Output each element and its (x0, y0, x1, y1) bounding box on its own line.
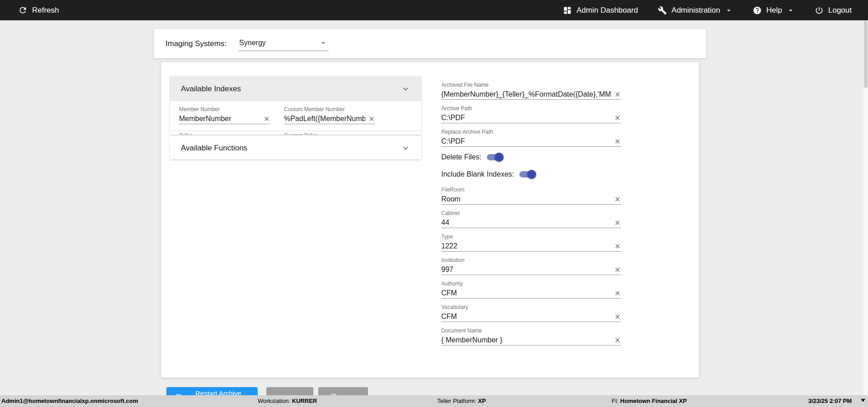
field-label: Archived File Name (441, 82, 621, 88)
field-label-custom-teller: Custom Teller (284, 132, 375, 135)
imaging-systems-card: Imaging Systems: Synergy (154, 29, 706, 58)
logout-button[interactable]: Logout (815, 6, 852, 15)
field-vocabulary: Vocabulary CFM (441, 299, 621, 322)
clear-icon[interactable] (368, 115, 375, 122)
clear-icon[interactable] (614, 114, 621, 122)
teller-platform-info: Teller Platform: XP (437, 395, 486, 407)
clear-icon[interactable] (614, 313, 621, 320)
admin-dashboard-button[interactable]: Admin Dashboard (563, 6, 638, 15)
topbar-right: Admin Dashboard Administration Help L (563, 6, 852, 15)
field-label: Replace Archive Path (441, 129, 621, 135)
chevron-down-icon (725, 6, 733, 14)
switch-thumb (527, 170, 536, 179)
teller-platform-value: XP (478, 398, 486, 404)
fi-value: Hometown Financial XP (620, 398, 687, 404)
cabinet-input[interactable]: 44 (441, 219, 611, 227)
available-indexes-title: Available Indexes (181, 84, 241, 94)
clear-icon[interactable] (614, 266, 621, 273)
chevron-down-icon (401, 84, 410, 94)
document-name-input[interactable]: { MemberNumber } (441, 336, 611, 344)
field-label: Institution (441, 257, 621, 263)
field-institution: Institution 997 (441, 252, 621, 275)
toggle-row-delete-files: Delete Files: (441, 150, 621, 164)
fileroom-input[interactable]: Room (441, 195, 611, 203)
workstation-label: Workstation: (258, 398, 290, 404)
top-bar: Refresh Admin Dashboard Administration H… (0, 0, 868, 20)
member-number-input[interactable]: MemberNumber (179, 115, 260, 123)
teller-platform-label: Teller Platform: (437, 398, 476, 404)
field-cabinet: Cabinet 44 (441, 205, 621, 228)
refresh-button[interactable]: Refresh (18, 5, 59, 15)
chevron-down-icon (787, 6, 795, 14)
dashboard-icon (563, 6, 572, 15)
include-blank-indexes-switch[interactable] (519, 171, 535, 178)
custom-member-number-input[interactable]: %PadLeft({MemberNumber}, (284, 115, 365, 123)
field-type: Type 1222 (441, 228, 621, 252)
field-fileroom: FileRoom Room (441, 181, 621, 205)
statusbar-caret-icon[interactable] (861, 399, 865, 402)
vocabulary-input[interactable]: CFM (441, 313, 611, 321)
field-label: Archive Path (441, 105, 621, 112)
power-icon (815, 6, 824, 15)
institution-input[interactable]: 997 (441, 266, 611, 274)
help-icon (753, 6, 762, 15)
admin-dashboard-label: Admin Dashboard (576, 6, 638, 15)
field-label: Vocabulary (441, 304, 621, 310)
logged-in-user: Admin1@hometownfinancialxp.onmicrosoft.c… (1, 395, 138, 407)
datetime: 3/23/25 2:07 PM (808, 395, 852, 407)
include-blank-indexes-label: Include Blank Indexes: (441, 170, 514, 178)
field-member-number: Member Number MemberNumber (179, 106, 270, 124)
available-functions-panel: Available Functions (170, 136, 421, 159)
clear-icon[interactable] (263, 115, 270, 122)
field-label: Authority (441, 281, 621, 287)
clear-icon[interactable] (614, 290, 621, 297)
type-input[interactable]: 1222 (441, 242, 611, 250)
help-label: Help (766, 6, 782, 15)
clipped-field-row: Teller Custom Teller (179, 131, 412, 135)
field-replace-archive-path: Replace Archive Path C:\PDF (441, 123, 621, 147)
field-label-teller: Teller (179, 132, 270, 135)
replace-archive-path-input[interactable]: C:\PDF (441, 137, 611, 145)
index-field-row: Member Number MemberNumber Custom Member… (179, 106, 412, 124)
available-indexes-panel: Available Indexes Member Number MemberNu… (170, 76, 421, 135)
field-document-name: Document Name { MemberNumber } (441, 322, 621, 346)
field-label: Custom Member Number (284, 106, 375, 112)
field-label: Cabinet (441, 210, 621, 216)
archive-path-input[interactable]: C:\PDF (441, 114, 611, 122)
clear-icon[interactable] (614, 196, 621, 203)
field-label: Document Name (441, 327, 621, 334)
field-label: Member Number (179, 106, 270, 112)
clear-icon[interactable] (614, 243, 621, 250)
administration-menu[interactable]: Administration (658, 6, 733, 15)
workstation-value: KURRER (292, 398, 317, 404)
authority-input[interactable]: CFM (441, 289, 611, 297)
dropdown-arrow-icon (319, 38, 328, 47)
clear-icon[interactable] (614, 91, 621, 98)
available-indexes-header[interactable]: Available Indexes (170, 76, 421, 101)
field-archive-path: Archive Path C:\PDF (441, 100, 621, 123)
field-label: Type (441, 234, 621, 240)
refresh-label: Refresh (32, 6, 59, 15)
clear-icon[interactable] (614, 138, 621, 145)
archived-file-name-input[interactable]: {MemberNumber}_{Teller}_%FormatDate({Dat… (441, 90, 611, 98)
delete-files-switch[interactable] (487, 154, 502, 160)
imaging-systems-select[interactable]: Synergy (238, 37, 329, 51)
available-functions-header[interactable]: Available Functions (170, 136, 421, 159)
wrench-icon (658, 6, 667, 15)
administration-label: Administration (671, 6, 720, 15)
field-label: FileRoom (441, 187, 621, 193)
financial-institution-info: FI: Hometown Financial XP (612, 395, 687, 407)
help-menu[interactable]: Help (753, 6, 795, 15)
toggle-row-include-blank-indexes: Include Blank Indexes: (441, 168, 621, 181)
imaging-systems-label: Imaging Systems: (165, 39, 226, 48)
chevron-down-icon (401, 143, 410, 153)
right-column: Archived File Name {MemberNumber}_{Telle… (441, 76, 621, 346)
scrollbar-thumb[interactable] (864, 20, 868, 88)
refresh-icon (18, 5, 28, 15)
clear-icon[interactable] (614, 337, 621, 344)
field-custom-member-number: Custom Member Number %PadLeft({MemberNum… (284, 106, 375, 124)
workstation-info: Workstation: KURRER (258, 395, 317, 407)
main-settings-card: Available Indexes Member Number MemberNu… (161, 62, 699, 378)
vertical-scrollbar[interactable] (863, 20, 868, 395)
clear-icon[interactable] (614, 219, 621, 226)
